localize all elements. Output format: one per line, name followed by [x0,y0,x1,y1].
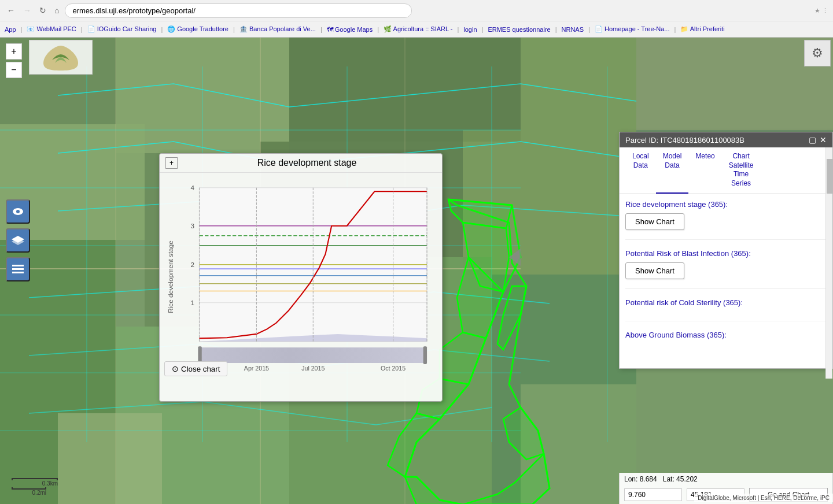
svg-rect-74 [423,346,427,364]
settings-gear-button[interactable]: ⚙ [804,40,831,66]
scroll-track [825,147,832,379]
refresh-button[interactable]: ↻ [37,5,49,16]
svg-rect-49 [12,265,24,266]
browser-actions: ★ ⋮ [814,7,828,14]
bookmark-gmaps[interactable]: 🗺 Google Maps [327,26,373,33]
parcel-id-label: Parcel ID: ITC4801818601100083B [625,136,744,144]
tab-chart-satellite[interactable]: ChartSatelliteTimeSeries [722,147,761,194]
zoom-in-button[interactable]: + [6,43,22,60]
bookmark-homepage[interactable]: 📄 Homepage - Tree-Na... [595,25,670,33]
zoom-out-button[interactable]: − [6,62,22,78]
series-item-blast: Potential Risk of Blast Infection (365):… [625,249,827,289]
bookmarks-bar: App | 📧 WebMail PEC | 📄 IOGuido Car Shar… [0,21,833,37]
map-container[interactable]: Zeme Zeme + − [0,38,833,504]
show-chart-button-blast[interactable]: Show Chart [625,262,684,279]
chart-svg: Rice development stage 4 3 2 1 [165,179,436,375]
bookmark-app[interactable]: App [5,26,16,33]
scale-mi: 0.2mi [32,490,46,496]
parcel-content: Rice development stage (365): Show Chart… [620,194,832,368]
close-chart-button[interactable]: ⊙ Close chart [164,361,227,376]
map-attribution: DigitalGlobe, Microsoft | Esri, HERE, De… [694,494,833,502]
chart-popup: + Rice development stage Rice developmen… [159,153,443,402]
series-link-rice[interactable]: Rice development stage (365): [625,200,827,209]
list-icon-button[interactable] [6,257,30,281]
lat-label: Lat: 45.202 [663,475,698,483]
show-chart-button-rice[interactable]: Show Chart [625,213,684,230]
bookmark-login[interactable]: login [463,26,477,33]
back-button[interactable]: ← [5,5,17,16]
bookmark-altri[interactable]: 📁 Altri Preferiti [680,25,724,33]
series-item-biomass: Above Ground Biomass (365): [625,331,827,353]
chart-area: Rice development stage 4 3 2 1 [160,173,442,381]
close-chart-icon: ⊙ [172,364,179,373]
bookmark-ioguido[interactable]: 📄 IOGuido Car Sharing [87,25,157,33]
chart-pin-button[interactable]: + [165,157,178,169]
parcel-tabs: LocalData ModelData Meteo ChartSatellite… [620,147,832,194]
svg-text:4: 4 [190,184,194,191]
svg-text:1: 1 [190,299,194,306]
series-item-rice: Rice development stage (365): Show Chart [625,200,827,240]
tab-model-data[interactable]: ModelData [656,147,689,194]
parcel-panel-header: Parcel ID: ITC4801818601100083B ▢ ✕ [620,132,832,147]
parcel-panel: Parcel ID: ITC4801818601100083B ▢ ✕ Loca… [619,132,833,369]
svg-rect-72 [200,347,427,363]
map-logo [29,40,93,75]
bookmark-ermes[interactable]: ERMES questionnaire [488,26,550,33]
eye-icon-button[interactable] [6,199,30,224]
browser-toolbar: ← → ↻ ⌂ ★ ⋮ [0,0,833,21]
lon-label: Lon: 8.684 [624,475,657,483]
home-button[interactable]: ⌂ [52,5,61,16]
tab-local-data[interactable]: LocalData [625,147,656,194]
bookmark-banca[interactable]: 🏦 Banca Popolare di Ve... [239,25,316,33]
parcel-panel-controls: ▢ ✕ [809,135,827,144]
coord-display-row: Lon: 8.684 Lat: 45.202 [620,473,832,486]
svg-text:2: 2 [190,261,194,268]
series-item-cold: Potential risk of Cold Sterility (365): [625,298,827,321]
svg-text:Rice development stage: Rice development stage [167,240,174,313]
lon-input[interactable] [624,488,682,501]
minimize-button[interactable]: ▢ [809,135,816,144]
chart-popup-title: Rice development stage [178,158,436,168]
tab-meteo[interactable]: Meteo [688,147,721,194]
chart-popup-header: + Rice development stage [160,154,442,173]
svg-text:3: 3 [190,222,194,229]
svg-rect-50 [12,268,24,270]
svg-rect-51 [12,272,24,273]
series-link-cold[interactable]: Potential risk of Cold Sterility (365): [625,298,827,307]
series-link-blast[interactable]: Potential Risk of Blast Infection (365): [625,249,827,258]
scroll-thumb[interactable] [827,159,832,194]
bookmark-webmail[interactable]: 📧 WebMail PEC [27,25,76,33]
address-bar[interactable] [65,3,412,18]
close-chart-label: Close chart [181,365,220,373]
scale-bar: 0.3km 0.2mi [12,478,58,496]
left-sidebar [6,84,30,281]
scale-km: 0.3km [42,480,58,487]
series-link-biomass[interactable]: Above Ground Biomass (365): [625,331,827,339]
map-controls: + − [6,43,22,78]
close-panel-button[interactable]: ✕ [820,135,827,144]
layers-icon-button[interactable] [6,228,30,253]
bookmark-agricoltura[interactable]: 🌿 Agricoltura :: SIARL - [384,25,452,33]
forward-button[interactable]: → [21,5,34,16]
svg-text:Jul 2015: Jul 2015 [301,365,325,372]
svg-text:Apr 2015: Apr 2015 [244,365,269,372]
bookmark-google-translate[interactable]: 🌐 Google Traduttore [167,25,228,33]
svg-point-46 [16,210,20,213]
bookmark-nrnas[interactable]: NRNAS [562,26,584,33]
svg-text:Oct 2015: Oct 2015 [381,365,406,372]
